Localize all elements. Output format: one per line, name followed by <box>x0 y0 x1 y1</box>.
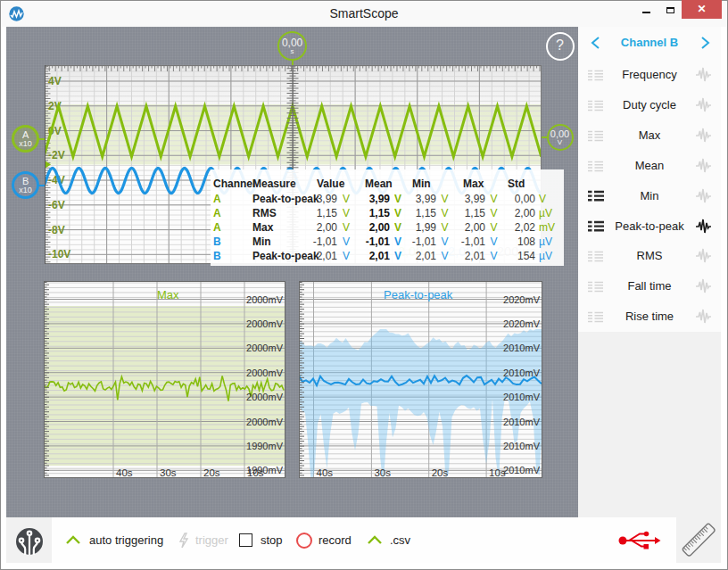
svg-text:-8V: -8V <box>48 224 65 236</box>
svg-text:-10V: -10V <box>48 248 70 260</box>
svg-text:10s: 10s <box>247 467 264 478</box>
svg-text:30s: 30s <box>374 467 391 478</box>
svg-text:2010mV: 2010mV <box>503 465 541 475</box>
svg-text:4V: 4V <box>48 75 62 87</box>
svg-text:20s: 20s <box>432 467 449 478</box>
svg-text:Peak-to-peak: Peak-to-peak <box>384 288 453 302</box>
svg-text:2000mV: 2000mV <box>246 368 284 378</box>
svg-text:2010mV: 2010mV <box>503 441 541 451</box>
svg-text:2020mV: 2020mV <box>503 318 541 329</box>
svg-text:-2V: -2V <box>48 149 65 161</box>
svg-text:2000mV: 2000mV <box>246 294 284 305</box>
svg-text:2000mV: 2000mV <box>246 417 284 427</box>
svg-text:30s: 30s <box>160 467 177 478</box>
svg-text:40s: 40s <box>116 467 133 478</box>
svg-text:1990mV: 1990mV <box>246 441 284 451</box>
svg-text:2010mV: 2010mV <box>503 417 541 427</box>
svg-text:10s: 10s <box>489 467 506 478</box>
svg-text:2000mV: 2000mV <box>246 392 284 402</box>
svg-text:2000mV: 2000mV <box>246 343 284 353</box>
svg-text:2010mV: 2010mV <box>503 392 541 402</box>
svg-text:2010mV: 2010mV <box>503 343 541 353</box>
svg-text:40s: 40s <box>317 467 334 478</box>
svg-text:2000mV: 2000mV <box>246 318 284 329</box>
svg-text:Max: Max <box>157 288 179 302</box>
svg-text:-6V: -6V <box>48 199 65 211</box>
svg-text:20s: 20s <box>203 467 220 478</box>
svg-text:2010mV: 2010mV <box>503 368 541 378</box>
svg-text:2020mV: 2020mV <box>503 294 541 305</box>
